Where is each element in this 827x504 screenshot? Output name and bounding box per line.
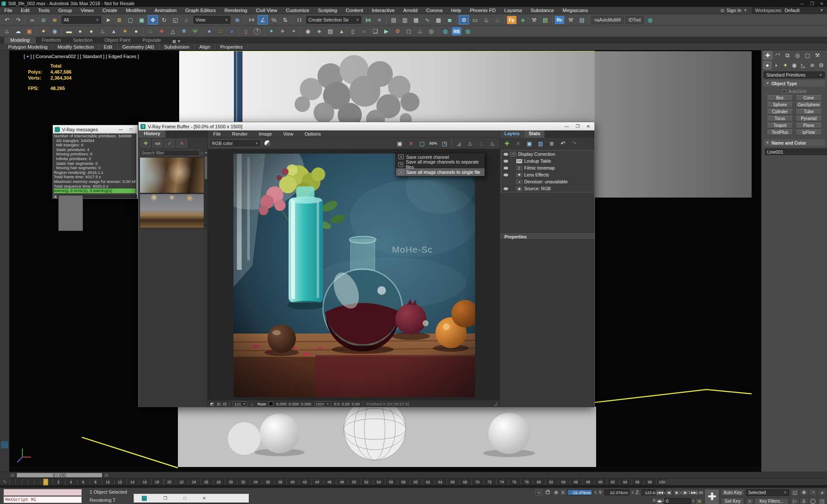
placement-icon[interactable]: ⌂: [181, 15, 192, 25]
autogrid-checkbox[interactable]: AutoGrid: [762, 89, 827, 94]
camera-icon[interactable]: ◉: [50, 27, 60, 36]
tab-selection[interactable]: Selection: [67, 37, 98, 43]
redo-layer-icon[interactable]: ↷: [569, 139, 579, 148]
menu-modifiers[interactable]: Modifiers: [121, 7, 150, 14]
auto-key-button[interactable]: Auto Key: [721, 489, 744, 496]
properties-header[interactable]: Properties: [500, 233, 594, 240]
ribbon-collapse-icon[interactable]: ▦ ▼: [170, 39, 183, 43]
eye-icon[interactable]: [504, 167, 508, 170]
vray-messages-titlebar[interactable]: V-Ray messages — □: [53, 125, 137, 133]
picker-icon[interactable]: ◎: [426, 27, 436, 36]
eye-icon[interactable]: [504, 153, 508, 156]
maximize-icon[interactable]: ❐: [576, 124, 580, 129]
save-layers-icon[interactable]: ▣: [524, 139, 535, 148]
ribbon-group-properties[interactable]: Properties: [215, 44, 248, 50]
primitive-button-textplus[interactable]: TextPlus: [767, 130, 793, 135]
light-icon[interactable]: ✦: [38, 27, 49, 36]
scatter-icon[interactable]: ∴: [145, 27, 155, 36]
rect-select-icon[interactable]: ▢: [125, 15, 136, 25]
forest-tools-icon[interactable]: ♣: [518, 15, 528, 25]
sphere-red-icon[interactable]: ◕: [227, 27, 237, 36]
menu-group[interactable]: Group: [54, 7, 76, 14]
clear-image-icon[interactable]: ✕: [406, 139, 416, 148]
render-last-icon[interactable]: ♨: [465, 139, 475, 148]
scene-explorer-icon[interactable]: ▤: [389, 15, 399, 25]
walkthrough-icon[interactable]: ♙: [800, 498, 808, 504]
absolute-mode-icon[interactable]: ⊕: [553, 489, 560, 496]
layer-row[interactable]: ✚Lens Effects: [501, 171, 593, 178]
menu-views[interactable]: Views: [76, 7, 98, 14]
menu-content[interactable]: Content: [342, 7, 367, 14]
select-object-icon[interactable]: ➤: [103, 15, 113, 25]
cameras-category-icon[interactable]: ◉: [790, 61, 799, 69]
selection-region-icon[interactable]: ⬦: [535, 489, 542, 496]
object-name-field[interactable]: [765, 148, 827, 155]
tab-history[interactable]: History: [139, 130, 165, 138]
orbit-icon[interactable]: ◯: [809, 498, 817, 504]
id-sphere-icon[interactable]: ◍: [645, 15, 656, 25]
align-icon[interactable]: ≡: [374, 15, 385, 25]
primitive-button-geosphere[interactable]: GeoSphere: [796, 102, 822, 108]
visibility-cell[interactable]: [501, 167, 510, 170]
maxscript-output-line[interactable]: [3, 489, 82, 496]
color-picker-icon[interactable]: ◢: [454, 139, 464, 148]
pivot-center-icon[interactable]: ⊕: [232, 15, 243, 25]
forestpack-button[interactable]: Fp: [507, 16, 516, 24]
spinner-snap-icon[interactable]: ⇅: [280, 15, 290, 25]
egg-icon[interactable]: ●: [131, 27, 141, 36]
rendered-frame-icon[interactable]: ▭: [470, 15, 480, 25]
cloud-icon[interactable]: ☁: [13, 27, 23, 36]
menu-file[interactable]: File: [0, 7, 17, 14]
menu-scripting[interactable]: Scripting: [314, 7, 342, 14]
current-frame-field[interactable]: 0: [664, 498, 691, 504]
sign-in-button[interactable]: ⊙ Sign In ▼: [716, 8, 752, 13]
minimize-icon[interactable]: —: [800, 1, 804, 6]
maximize-icon[interactable]: ❐: [810, 1, 814, 6]
pixel-zoom-dropdown[interactable]: 1x1▼: [233, 401, 247, 407]
render-history-icon[interactable]: ♨: [476, 139, 486, 148]
trackbar-toggle-icon[interactable]: ∿: [0, 478, 9, 485]
ribbon-toggle-icon[interactable]: ▦: [411, 15, 421, 25]
scroll-left-icon[interactable]: ◀: [53, 195, 57, 198]
menu-corona[interactable]: Corona: [422, 7, 447, 14]
bulb-gray-icon[interactable]: ✦: [289, 27, 299, 36]
sun-icon[interactable]: ☀: [120, 27, 130, 36]
history-save-icon[interactable]: ✚: [140, 139, 151, 148]
render-setup-icon[interactable]: ⚙: [459, 15, 469, 25]
cone-icon[interactable]: ▲: [109, 27, 119, 36]
pan-hand-icon[interactable]: ✥: [800, 489, 808, 496]
visibility-cell[interactable]: [501, 153, 510, 156]
visibility-cell[interactable]: [501, 173, 510, 176]
save-image-icon[interactable]: ▣: [395, 139, 405, 148]
minimize-icon[interactable]: —: [565, 124, 569, 129]
x-coordinate-field[interactable]: -15.475cm: [567, 489, 592, 495]
pan-zoom-pad[interactable]: ✚: [705, 489, 719, 504]
character-icon[interactable]: ♙: [746, 498, 753, 504]
frame-image-icon[interactable]: ▣: [24, 27, 34, 36]
menu-layama[interactable]: Layama: [500, 7, 526, 14]
shapes-category-icon[interactable]: ◗: [772, 61, 780, 69]
layer-row[interactable]: ƒFilmic tonemap: [501, 164, 593, 171]
helpers-category-icon[interactable]: ◺: [799, 61, 807, 69]
channel-dropdown[interactable]: RGB color▼: [209, 139, 261, 147]
close-icon[interactable]: ✕: [587, 124, 590, 129]
trees-icon[interactable]: ♣: [314, 27, 324, 36]
angle-snap-icon[interactable]: ∠: [258, 15, 268, 25]
region-render-icon[interactable]: ▢: [417, 139, 427, 148]
set-key-button[interactable]: Set Key: [721, 498, 744, 504]
render-iterative-icon[interactable]: ♨: [492, 15, 503, 25]
named-selection-icon[interactable]: { }: [294, 15, 305, 25]
context-menu-item[interactable]: ▾Save all image channels to separate fil…: [396, 161, 485, 169]
minimize-icon[interactable]: —: [118, 127, 123, 132]
object-type-rollout[interactable]: ▼ Object Type: [764, 80, 825, 87]
menu-arnold[interactable]: Arnold: [399, 7, 422, 14]
workspaces-dropdown[interactable]: Workspaces: Default ▼: [752, 7, 827, 14]
select-by-name-icon[interactable]: ≣: [114, 15, 124, 25]
select-region-icon[interactable]: ▷: [791, 498, 799, 504]
primitive-button-tyflow[interactable]: tyFlow: [796, 130, 822, 135]
primitive-button-torus[interactable]: Torus: [767, 116, 793, 121]
clipboard-icon[interactable]: ▯: [241, 27, 251, 36]
vfb-menu-view[interactable]: View: [277, 131, 299, 136]
layer-list-icon[interactable]: ≣: [547, 139, 557, 148]
menu-create[interactable]: Create: [98, 7, 122, 14]
